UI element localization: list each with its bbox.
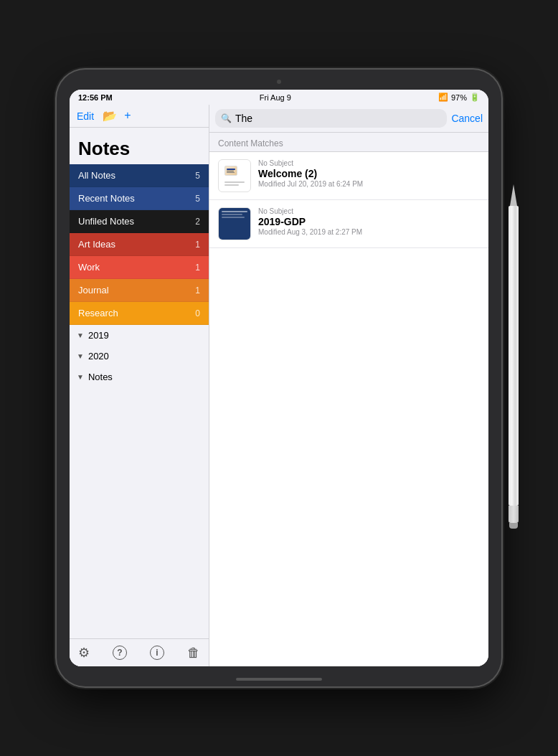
research-label: Research <box>78 308 118 318</box>
notes-list: No Subject Welcome (2) Modified Jul 20, … <box>209 152 488 666</box>
sidebar-item-recent-notes[interactable]: Recent Notes 5 <box>70 187 209 210</box>
recent-notes-count: 5 <box>195 194 200 204</box>
work-count: 1 <box>195 263 200 273</box>
sidebar-item-all-notes[interactable]: All Notes 5 <box>70 164 209 187</box>
status-time: 12:56 PM <box>78 93 113 102</box>
battery-label: 97% <box>451 93 467 102</box>
sidebar-item-art-ideas[interactable]: Art Ideas 1 <box>70 233 209 256</box>
sidebar-item-research[interactable]: Research 0 <box>70 302 209 325</box>
note-item-gdp[interactable]: No Subject 2019-GDP Modified Aug 3, 2019… <box>209 200 488 248</box>
battery-icon: 🔋 <box>470 93 480 102</box>
sidebar-title: Notes <box>70 128 209 164</box>
recent-notes-label: Recent Notes <box>78 193 135 204</box>
chevron-down-icon-2020: ▼ <box>77 352 84 360</box>
research-count: 0 <box>195 308 200 318</box>
note-item-welcome[interactable]: No Subject Welcome (2) Modified Jul 20, … <box>209 152 488 200</box>
note-thumbnail-welcome <box>218 159 251 192</box>
app-container: Edit 📂 + Notes All Notes 5 Recent No <box>70 105 488 666</box>
apple-pencil <box>506 184 521 529</box>
folder-2019-label: 2019 <box>88 330 109 341</box>
chevron-down-icon-notes: ▼ <box>77 373 84 381</box>
sidebar-item-journal[interactable]: Journal 1 <box>70 279 209 302</box>
home-indicator[interactable] <box>236 678 322 681</box>
status-right: 📶 97% 🔋 <box>438 93 480 102</box>
search-icon: 🔍 <box>221 113 232 123</box>
search-input[interactable] <box>235 113 441 124</box>
compose-icon[interactable]: + <box>124 109 131 123</box>
journal-label: Journal <box>78 285 109 296</box>
pencil-end <box>509 523 518 529</box>
sidebar-bottom: ⚙ ? i 🗑 <box>70 638 209 666</box>
all-notes-count: 5 <box>195 171 200 181</box>
folder-2019[interactable]: ▼ 2019 <box>70 325 209 346</box>
note-date-gdp: Modified Aug 3, 2019 at 2:27 PM <box>258 228 480 236</box>
pencil-body <box>509 206 519 506</box>
ipad-frame: 12:56 PM Fri Aug 9 📶 97% 🔋 Edit 📂 + <box>57 70 501 686</box>
sidebar-item-unfiled-notes[interactable]: Unfiled Notes 2 <box>70 210 209 233</box>
folder-notes-label: Notes <box>88 372 113 382</box>
trash-icon[interactable]: 🗑 <box>187 646 200 661</box>
settings-icon[interactable]: ⚙ <box>78 645 90 661</box>
search-input-wrapper: 🔍 <box>215 109 447 128</box>
journal-count: 1 <box>195 285 200 296</box>
new-folder-icon[interactable]: 📂 <box>103 109 117 123</box>
note-date-welcome: Modified Jul 20, 2019 at 6:24 PM <box>258 180 480 188</box>
status-date: Fri Aug 9 <box>260 93 291 102</box>
unfiled-notes-count: 2 <box>195 217 200 227</box>
note-thumbnail-gdp <box>218 207 251 240</box>
help-icon[interactable]: ? <box>113 646 127 660</box>
edit-button[interactable]: Edit <box>77 110 94 122</box>
content-panel: 🔍 Cancel Content Matches <box>209 105 488 666</box>
note-subject-welcome: No Subject <box>258 159 480 167</box>
chevron-down-icon: ▼ <box>77 331 84 339</box>
search-bar: 🔍 Cancel <box>209 105 488 133</box>
art-ideas-count: 1 <box>195 240 200 250</box>
note-subject-gdp: No Subject <box>258 207 480 215</box>
content-matches-header: Content Matches <box>209 133 488 152</box>
all-notes-label: All Notes <box>78 170 115 181</box>
toolbar-icons: 📂 + <box>103 109 131 123</box>
sidebar: Edit 📂 + Notes All Notes 5 Recent No <box>70 105 209 666</box>
art-ideas-label: Art Ideas <box>78 239 115 250</box>
note-info-welcome: No Subject Welcome (2) Modified Jul 20, … <box>258 159 480 188</box>
info-icon[interactable]: i <box>150 646 164 660</box>
folder-notes[interactable]: ▼ Notes <box>70 367 209 387</box>
ipad-screen: 12:56 PM Fri Aug 9 📶 97% 🔋 Edit 📂 + <box>70 90 488 666</box>
note-title-gdp: 2019-GDP <box>258 216 480 227</box>
unfiled-notes-label: Unfiled Notes <box>78 216 134 227</box>
pencil-tip <box>510 184 517 206</box>
wifi-icon: 📶 <box>438 93 448 102</box>
sidebar-list: All Notes 5 Recent Notes 5 Unfiled Notes… <box>70 164 209 638</box>
work-label: Work <box>78 262 100 273</box>
status-bar: 12:56 PM Fri Aug 9 📶 97% 🔋 <box>70 90 488 105</box>
note-title-welcome: Welcome (2) <box>258 168 480 179</box>
sidebar-item-work[interactable]: Work 1 <box>70 256 209 279</box>
cancel-button[interactable]: Cancel <box>451 113 483 124</box>
camera-dot <box>277 80 281 84</box>
note-info-gdp: No Subject 2019-GDP Modified Aug 3, 2019… <box>258 207 480 236</box>
folder-2020-label: 2020 <box>88 351 109 362</box>
pencil-cap <box>509 506 519 523</box>
sidebar-toolbar: Edit 📂 + <box>70 105 209 128</box>
folder-2020[interactable]: ▼ 2020 <box>70 346 209 367</box>
